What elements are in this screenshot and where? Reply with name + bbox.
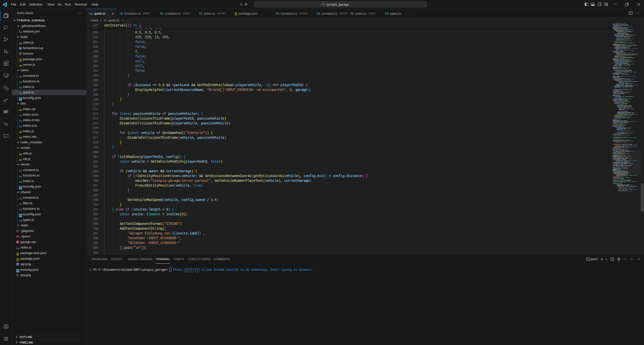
svg-text:T: T [5, 111, 6, 113]
svg-text:N: N [4, 122, 7, 126]
